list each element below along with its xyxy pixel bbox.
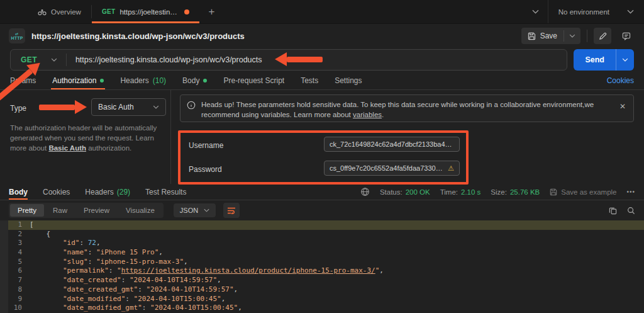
postman-window: Overview GET https://joeltesting.kinsta … [0, 0, 644, 313]
pencil-icon [599, 32, 607, 40]
time-indicator[interactable]: Time: 2.10 s [440, 188, 481, 196]
warning-icon: ⚠ [448, 164, 454, 173]
save-dropdown-button[interactable] [564, 30, 580, 42]
variables-link[interactable]: variables [353, 111, 382, 118]
line-number: 3 [8, 239, 30, 248]
size-value: 25.76 KB [510, 188, 540, 196]
tab-tests[interactable]: Tests [301, 72, 318, 89]
tab-label: Headers [120, 76, 148, 85]
password-value: cs_0ff9e7c20c6552a4fa5fdaa733061dba... [330, 164, 445, 172]
status-indicator[interactable]: Status: 200 OK [380, 188, 430, 196]
view-pretty[interactable]: Pretty [10, 204, 44, 217]
code-text: "date_modified": "2024-04-10T15:00:45", [30, 295, 225, 304]
code-text: { [30, 230, 50, 239]
basic-auth-link[interactable]: Basic Auth [48, 144, 86, 152]
view-raw[interactable]: Raw [45, 204, 75, 217]
close-icon[interactable]: ✕ [619, 102, 626, 111]
code-lines: 1[2 {3 "id": 72,4 "name": "iPhone 15 Pro… [8, 220, 644, 313]
size-indicator[interactable]: Size: 25.76 KB [491, 188, 540, 196]
tab-body[interactable]: Body [9, 184, 28, 200]
tab-request[interactable]: GET https://joeltesting.kinsta [92, 0, 199, 23]
network-globe-icon[interactable] [360, 187, 370, 196]
tab-settings[interactable]: Settings [335, 72, 362, 89]
code-text: "slug": "iphone-15-pro-max-3", [30, 258, 188, 267]
comments-button[interactable] [618, 28, 635, 44]
view-preview[interactable]: Preview [76, 204, 117, 217]
tab-label: Body [9, 188, 28, 196]
tab-request-method: GET [102, 8, 115, 15]
format-value: JSON [180, 207, 198, 214]
chevron-down-icon [153, 105, 159, 109]
request-title: https://joeltesting.kinsta.cloud/wp-json… [31, 31, 245, 41]
send-button[interactable]: Send [574, 49, 634, 71]
line-number: 8 [8, 285, 30, 295]
format-dropdown[interactable]: JSON [174, 203, 216, 217]
wrap-lines-button[interactable] [223, 203, 240, 218]
code-text: "date_created": "2024-04-10T14:59:57", [30, 276, 221, 285]
code-line-5: 5 "slug": "iphone-15-pro-max-3", [8, 258, 644, 267]
info-icon [187, 101, 196, 110]
line-number: 6 [8, 266, 30, 276]
search-button[interactable] [627, 207, 635, 215]
more-options-button[interactable]: ••• [626, 188, 635, 195]
environment-selector[interactable]: No environment [548, 0, 644, 23]
method-selector[interactable]: GET [11, 55, 66, 64]
send-button-label: Send [574, 49, 616, 71]
divider [587, 30, 587, 42]
floppy-icon [528, 32, 536, 40]
code-text: "id": 72, [30, 239, 101, 248]
request-title-row: ⇄ HTTP https://joeltesting.kinsta.cloud/… [0, 24, 644, 48]
search-icon [627, 207, 635, 215]
cookies-link[interactable]: Cookies [607, 72, 634, 89]
code-text: "date_modified_gmt": "2024-04-10T15:00:4… [30, 304, 242, 313]
copy-icon [609, 207, 617, 215]
line-number: 4 [8, 248, 30, 258]
tab-cookies[interactable]: Cookies [43, 184, 70, 200]
tab-headers[interactable]: Headers(10) [120, 72, 166, 89]
username-field[interactable]: ck_72c1649824c62a4d7dbcf2133ba446aa... [324, 137, 460, 152]
tab-overview[interactable]: Overview [28, 0, 91, 23]
tab-params[interactable]: Params [10, 72, 36, 89]
save-as-example-button[interactable]: Save as example [550, 188, 616, 196]
tab-label: Body [182, 76, 199, 85]
sidebar-toggle-chevron-icon[interactable] [523, 0, 548, 23]
password-field[interactable]: cs_0ff9e7c20c6552a4fa5fdaa733061dba... ⚠ [324, 161, 460, 176]
send-dropdown-button[interactable] [616, 49, 634, 71]
line-number: 5 [8, 258, 30, 267]
code-line-10: 10 "date_modified_gmt": "2024-04-10T15:0… [8, 304, 644, 313]
new-tab-button[interactable]: + [199, 0, 223, 23]
auth-type-label: Type [10, 104, 26, 113]
line-number: 7 [8, 276, 30, 285]
tab-headers[interactable]: Headers(29) [85, 184, 130, 200]
response-header: BodyCookiesHeaders(29)Test Results Statu… [0, 184, 644, 200]
copy-button[interactable] [609, 207, 617, 215]
modified-dot [203, 79, 207, 83]
auth-type-dropdown[interactable]: Basic Auth [91, 98, 166, 116]
tab-authorization[interactable]: Authorization [52, 72, 104, 89]
code-text: [ [30, 220, 34, 230]
response-view-switcher: PrettyRawPreviewVisualize [9, 203, 164, 218]
code-line-1: 1[ [8, 220, 644, 230]
save-as-example-label: Save as example [561, 188, 616, 196]
url-input[interactable]: https://joeltesting.kinsta.cloud/wp-json… [67, 55, 271, 64]
status-value: 200 OK [406, 188, 430, 196]
auth-fields-column: Heads up! These parameters hold sensitiv… [171, 90, 644, 184]
tab-test-results[interactable]: Test Results [145, 184, 186, 200]
status-label: Status: [380, 188, 402, 196]
tab-body[interactable]: Body [182, 72, 207, 89]
view-visualize[interactable]: Visualize [118, 204, 162, 217]
heads-up-text: Heads up! These parameters hold sensitiv… [201, 100, 612, 120]
tab-label: Pre-request Script [223, 76, 284, 85]
username-label: Username [189, 141, 223, 150]
url-box: GET https://joeltesting.kinsta.cloud/wp-… [10, 49, 567, 71]
response-body-editor[interactable]: 1[2 {3 "id": 72,4 "name": "iPhone 15 Pro… [0, 220, 644, 313]
chevron-down-icon [51, 58, 57, 62]
code-text: "name": "iPhone 15 Pro", [30, 248, 163, 258]
tab-label: Headers [85, 188, 113, 196]
tab-pre-request-script[interactable]: Pre-request Script [223, 72, 284, 89]
edit-button[interactable] [594, 28, 611, 44]
environment-label: No environment [558, 8, 609, 16]
save-button[interactable]: Save [521, 28, 580, 44]
comment-icon [622, 32, 631, 40]
line-number: 2 [8, 230, 30, 239]
